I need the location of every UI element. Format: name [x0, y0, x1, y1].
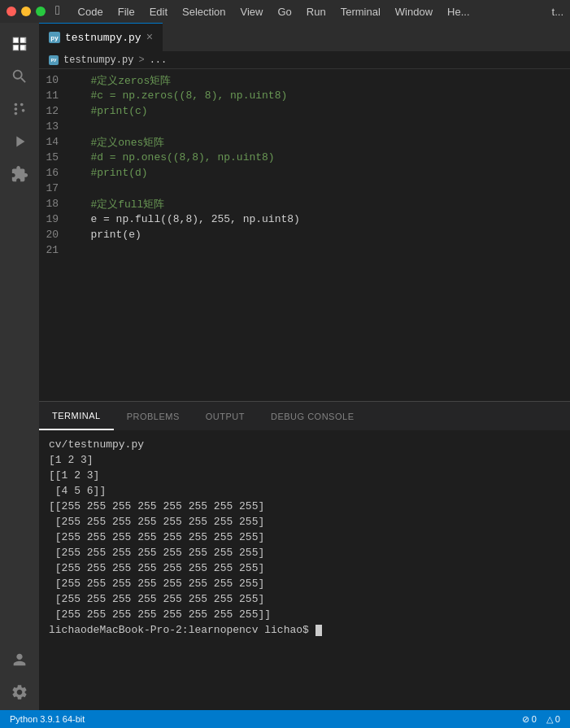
status-right: ⊘ 0 △ 0: [522, 714, 560, 725]
editor-area: py testnumpy.py × py testnumpy.py > ... …: [39, 23, 570, 710]
breadcrumb-more[interactable]: ...: [150, 54, 168, 66]
warning-count: △ 0: [546, 714, 560, 725]
tab-output[interactable]: OUTPUT: [193, 402, 258, 430]
menu-file[interactable]: File: [111, 4, 141, 20]
cursor: [315, 625, 322, 636]
terminal-line: [[1 2 3]: [49, 468, 560, 483]
line-content: #d = np.ones((8,8), np.uint8): [72, 151, 275, 163]
panel: TERMINAL PROBLEMS OUTPUT DEBUG CONSOLE c…: [39, 401, 570, 710]
search-icon[interactable]: [5, 62, 34, 91]
extensions-icon[interactable]: [5, 159, 34, 189]
line-number: 18: [39, 198, 72, 210]
code-editor[interactable]: 10 #定义zeros矩阵11 #c = np.zeros((8, 8), np…: [39, 69, 570, 401]
line-content: print(e): [72, 229, 141, 241]
line-content: #定义full矩阵: [72, 197, 164, 211]
line-content: #print(c): [72, 105, 148, 117]
breadcrumb-file-icon: py: [49, 55, 59, 65]
terminal-line: [255 255 255 255 255 255 255 255]: [49, 530, 560, 545]
line-content: e = np.full((8,8), 255, np.uint8): [72, 213, 300, 225]
python-file-icon: py: [49, 32, 60, 43]
code-line: 18 #定义full矩阵: [39, 196, 570, 211]
menu-view[interactable]: View: [234, 4, 270, 20]
code-line: 19 e = np.full((8,8), 255, np.uint8): [39, 211, 570, 227]
code-line: 16 #print(d): [39, 165, 570, 181]
menu-go[interactable]: Go: [271, 4, 298, 20]
tab-label: testnumpy.py: [65, 32, 141, 44]
menu-help[interactable]: He...: [441, 4, 476, 20]
terminal-line: cv/testnumpy.py: [49, 437, 560, 452]
tab-testnumpy[interactable]: py testnumpy.py ×: [39, 23, 163, 51]
menu-right-text: t...: [552, 6, 563, 18]
breadcrumb-separator: >: [138, 54, 144, 66]
breadcrumb: py testnumpy.py > ...: [39, 51, 570, 69]
close-button[interactable]: [7, 7, 16, 16]
settings-icon[interactable]: [5, 678, 34, 707]
error-count: ⊘ 0: [522, 714, 537, 725]
line-number: 13: [39, 120, 72, 133]
main-layout: py testnumpy.py × py testnumpy.py > ... …: [0, 23, 570, 710]
code-line: 12 #print(c): [39, 103, 570, 119]
menu-terminal[interactable]: Terminal: [334, 4, 387, 20]
terminal-line: [255 255 255 255 255 255 255 255]: [49, 514, 560, 530]
line-number: 11: [39, 89, 72, 102]
account-icon[interactable]: [5, 645, 34, 674]
run-debug-icon[interactable]: [5, 127, 34, 156]
code-line: 21: [39, 242, 570, 258]
line-number: 15: [39, 151, 72, 163]
terminal-line: [[255 255 255 255 255 255 255 255]: [49, 499, 560, 514]
minimize-button[interactable]: [21, 7, 31, 16]
terminal-line: lichaodeMacBook-Pro-2:learnopencv lichao…: [49, 622, 560, 638]
activity-bar: [0, 23, 39, 710]
tab-problems[interactable]: PROBLEMS: [114, 402, 193, 430]
maximize-button[interactable]: [36, 7, 46, 16]
code-line: 14 #定义ones矩阵: [39, 134, 570, 150]
code-line: 13: [39, 119, 570, 134]
line-content: #定义zeros矩阵: [72, 73, 171, 88]
terminal-line: [255 255 255 255 255 255 255 255]: [49, 545, 560, 560]
explorer-icon[interactable]: [5, 29, 34, 59]
status-bar: Python 3.9.1 64-bit ⊘ 0 △ 0: [0, 710, 570, 728]
tab-terminal[interactable]: TERMINAL: [39, 402, 114, 430]
terminal-line: [4 5 6]]: [49, 483, 560, 499]
menu-run[interactable]: Run: [300, 4, 333, 20]
terminal-line: [255 255 255 255 255 255 255 255]: [49, 560, 560, 576]
line-number: 19: [39, 213, 72, 225]
python-version[interactable]: Python 3.9.1 64-bit: [10, 714, 85, 724]
code-line: 11 #c = np.zeros((8, 8), np.uint8): [39, 88, 570, 103]
menu-edit[interactable]: Edit: [143, 4, 174, 20]
line-number: 12: [39, 105, 72, 117]
terminal-content[interactable]: cv/testnumpy.py[1 2 3][[1 2 3] [4 5 6]][…: [39, 430, 570, 710]
tab-close-button[interactable]: ×: [146, 31, 153, 44]
menu-window[interactable]: Window: [389, 4, 439, 20]
terminal-line: [255 255 255 255 255 255 255 255]: [49, 576, 560, 591]
apple-menu[interactable]: : [55, 4, 63, 19]
traffic-lights: [7, 7, 46, 16]
line-number: 16: [39, 167, 72, 179]
line-number: 14: [39, 136, 72, 148]
line-number: 21: [39, 244, 72, 256]
terminal-line: [1 2 3]: [49, 452, 560, 468]
line-number: 10: [39, 74, 72, 86]
panel-tabs: TERMINAL PROBLEMS OUTPUT DEBUG CONSOLE: [39, 402, 570, 430]
terminal-line: [255 255 255 255 255 255 255 255]: [49, 591, 560, 607]
line-content: #c = np.zeros((8, 8), np.uint8): [72, 89, 287, 102]
code-line: 10 #定义zeros矩阵: [39, 72, 570, 88]
code-line: 15 #d = np.ones((8,8), np.uint8): [39, 150, 570, 165]
line-content: #print(d): [72, 167, 148, 179]
menu-bar:  Code File Edit Selection View Go Run T…: [0, 0, 570, 23]
line-number: 20: [39, 229, 72, 241]
code-line: 17: [39, 181, 570, 196]
code-line: 20 print(e): [39, 227, 570, 242]
line-number: 17: [39, 182, 72, 194]
menu-items:  Code File Edit Selection View Go Run T…: [55, 4, 476, 20]
tab-bar: py testnumpy.py ×: [39, 23, 570, 51]
code-content: 10 #定义zeros矩阵11 #c = np.zeros((8, 8), np…: [39, 69, 570, 401]
menu-selection[interactable]: Selection: [176, 4, 232, 20]
tab-debug-console[interactable]: DEBUG CONSOLE: [258, 402, 367, 430]
line-content: #定义ones矩阵: [72, 135, 164, 150]
terminal-line: [255 255 255 255 255 255 255 255]]: [49, 607, 560, 622]
source-control-icon[interactable]: [5, 94, 34, 124]
breadcrumb-file[interactable]: testnumpy.py: [63, 54, 133, 66]
menu-code[interactable]: Code: [72, 4, 110, 20]
